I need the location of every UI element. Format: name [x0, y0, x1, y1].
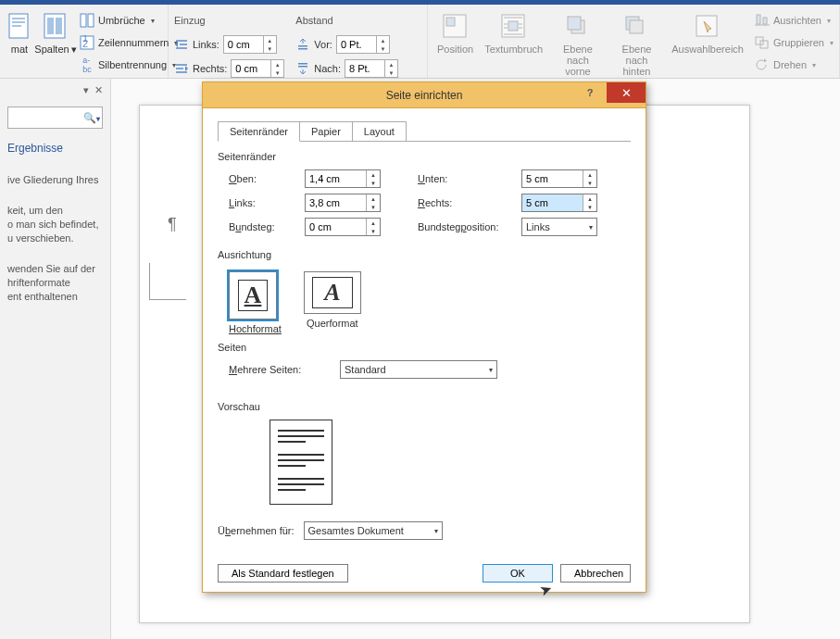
apply-to-select[interactable]: Gesamtes Dokument▾: [304, 521, 443, 540]
send-backward-icon: [621, 12, 651, 42]
wraptext-icon: [499, 12, 529, 42]
svg-rect-13: [298, 48, 307, 50]
svg-rect-1: [12, 18, 25, 19]
ribbon: mat Spalten▾ Umbrüche▾ 12 Zeilennummern▾: [0, 0, 840, 79]
tab-margins[interactable]: Seitenränder: [218, 121, 300, 142]
svg-rect-23: [630, 20, 643, 33]
pilcrow-icon: ¶: [168, 215, 177, 234]
set-default-button[interactable]: Als Standard festlegen: [218, 564, 348, 583]
svg-rect-3: [12, 25, 21, 27]
indent-right-icon: [174, 61, 189, 76]
search-icon[interactable]: 🔍▾: [81, 112, 102, 124]
align-button[interactable]: Ausrichten▾: [755, 10, 834, 31]
svg-rect-21: [568, 17, 581, 30]
selection-pane-icon: [693, 12, 722, 42]
orientation-landscape[interactable]: A Querformat: [304, 268, 361, 334]
breaks-icon: [80, 13, 94, 28]
margin-bottom-input[interactable]: ▲▼: [521, 169, 597, 188]
columns-icon: [41, 12, 70, 42]
dialog-close-button[interactable]: ✕: [607, 82, 646, 103]
page-icon: [5, 12, 34, 42]
rotate-icon: [755, 57, 770, 72]
cancel-button[interactable]: Abbrechen: [560, 564, 631, 583]
margin-right-input[interactable]: ▲▼: [521, 194, 597, 212]
linenumbers-icon: 12: [80, 35, 94, 50]
hyphenation-button[interactable]: a-bc Silbentrennung▾: [80, 55, 178, 75]
tab-paper[interactable]: Papier: [299, 121, 353, 142]
space-after-input[interactable]: ▲▼: [345, 59, 398, 78]
svg-rect-12: [298, 45, 307, 47]
nav-tab-results[interactable]: Ergebnisse: [7, 142, 103, 155]
tab-layout[interactable]: Layout: [352, 121, 407, 142]
svg-rect-26: [763, 18, 767, 24]
group-button[interactable]: Gruppieren▾: [755, 32, 834, 53]
svg-rect-14: [298, 63, 307, 65]
svg-rect-7: [81, 14, 86, 27]
preview-thumbnail: [270, 420, 332, 505]
linenumbers-button[interactable]: 12 Zeilennummern▾: [80, 32, 178, 53]
svg-rect-25: [757, 15, 760, 24]
group-icon: [755, 35, 770, 50]
page-setup-dialog: Seite einrichten ? ✕ Seitenränder Papier…: [202, 81, 646, 593]
ok-button[interactable]: OK: [483, 564, 553, 583]
columns-button[interactable]: Spalten▾: [35, 10, 76, 75]
navigation-panel: ▾ ✕ 🔍▾ Ergebnisse ive Gliederung Ihres k…: [0, 79, 111, 639]
gutter-input[interactable]: ▲▼: [305, 218, 381, 236]
svg-rect-6: [56, 18, 62, 34]
svg-rect-8: [88, 14, 94, 27]
format-button[interactable]: mat: [6, 10, 33, 75]
svg-rect-17: [446, 18, 455, 26]
breaks-button[interactable]: Umbrüche▾: [80, 10, 178, 31]
nav-menu-icon[interactable]: ▾: [83, 84, 89, 96]
space-before-icon: [295, 37, 310, 52]
gutter-position-select[interactable]: Links▾: [521, 218, 597, 236]
indent-left-input[interactable]: ▲▼: [223, 35, 277, 54]
margin-left-input[interactable]: ▲▼: [305, 194, 381, 212]
svg-text:2: 2: [82, 38, 88, 49]
svg-rect-19: [508, 21, 518, 31]
nav-search-input[interactable]: 🔍▾: [7, 106, 103, 129]
position-icon: [441, 12, 470, 42]
margin-top-input[interactable]: ▲▼: [305, 169, 381, 188]
dialog-help-button[interactable]: ?: [577, 82, 603, 103]
indent-right-input[interactable]: ▲▼: [231, 59, 284, 78]
hyphenation-icon: a-bc: [80, 57, 94, 72]
orientation-portrait[interactable]: A Hochformat: [229, 268, 282, 334]
rotate-button[interactable]: Drehen▾: [755, 55, 834, 75]
svg-rect-2: [12, 21, 25, 23]
nav-close-icon[interactable]: ✕: [94, 84, 103, 96]
align-icon: [755, 13, 770, 28]
dialog-title: Seite einrichten: [386, 89, 463, 102]
indent-left-icon: [174, 37, 189, 52]
svg-rect-5: [47, 18, 54, 34]
dialog-titlebar[interactable]: Seite einrichten ? ✕: [203, 82, 646, 108]
multiple-pages-select[interactable]: Standard▾: [340, 360, 497, 379]
space-after-icon: [295, 61, 310, 76]
svg-rect-15: [298, 66, 307, 68]
bring-forward-icon: [563, 12, 593, 42]
space-before-input[interactable]: ▲▼: [336, 35, 390, 54]
